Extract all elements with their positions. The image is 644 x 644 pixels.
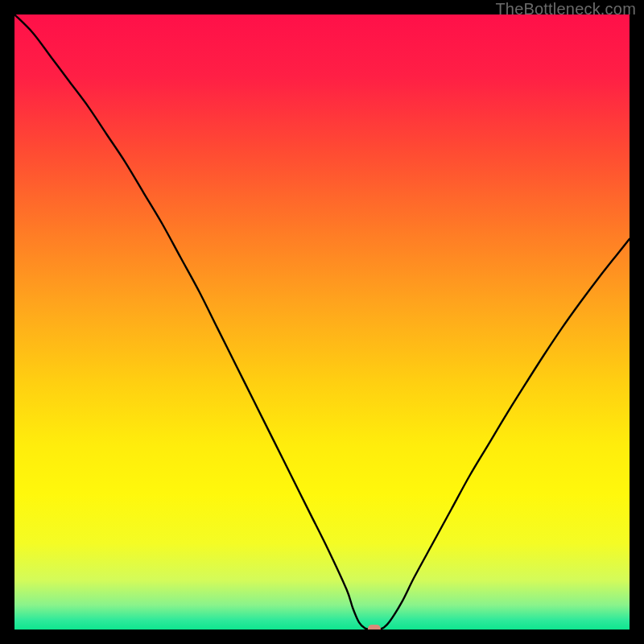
- bottleneck-chart: [14, 14, 630, 630]
- plot-area: [14, 14, 630, 630]
- optimal-point-marker: [368, 625, 381, 630]
- chart-frame: TheBottleneck.com: [0, 0, 644, 644]
